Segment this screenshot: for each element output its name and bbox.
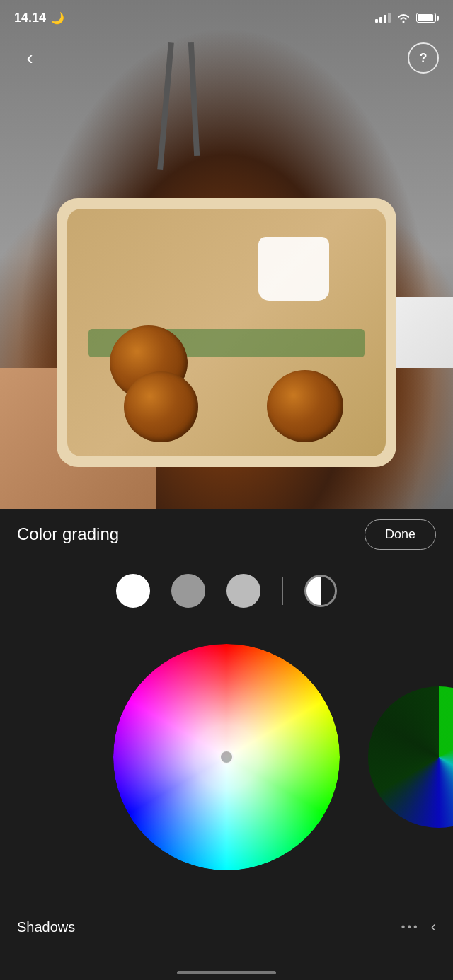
photo-area: [0, 0, 453, 509]
back-button[interactable]: ‹: [14, 42, 45, 74]
color-wheel-wrapper[interactable]: [113, 644, 340, 870]
photo-overlay: [0, 0, 453, 509]
moon-icon: 🌙: [50, 11, 64, 25]
signal-icon: [375, 13, 391, 23]
partial-color-wheel: [368, 686, 453, 828]
chair-decoration-2: [188, 42, 200, 156]
luminance-wheel-tab[interactable]: [304, 575, 337, 607]
help-icon: ?: [420, 51, 428, 66]
status-icons: [375, 13, 439, 23]
food-bowl: [57, 198, 396, 467]
svg-point-0: [403, 21, 405, 23]
status-time: 14.14 🌙: [14, 11, 64, 25]
color-wheel-section[interactable]: [0, 616, 453, 899]
help-button[interactable]: ?: [408, 42, 439, 74]
shadows-wheel-tab[interactable]: [116, 574, 150, 608]
highlights-tab-indicator: [226, 574, 260, 608]
shadows-section: Shadows ••• ‹: [0, 906, 453, 948]
tab-divider: [282, 577, 283, 605]
chair-decoration: [157, 42, 174, 170]
highlights-wheel-tab[interactable]: [226, 574, 260, 608]
shadows-tab-indicator: [116, 574, 150, 608]
shadows-more-dots[interactable]: •••: [401, 921, 420, 933]
battery-icon: [416, 13, 439, 23]
back-chevron-icon: ‹: [26, 47, 33, 69]
color-grading-header: Color grading Done: [0, 509, 453, 559]
falafel-3: [267, 370, 343, 442]
luminance-tab-indicator: [304, 575, 337, 607]
bowl-inner: [67, 209, 386, 456]
wheel-center-dot[interactable]: [219, 750, 234, 764]
home-indicator: [177, 971, 276, 974]
midtones-tab-indicator: [171, 574, 205, 608]
time-display: 14.14: [14, 11, 46, 25]
midtones-wheel-tab[interactable]: [171, 574, 205, 608]
sauce-cup: [258, 237, 329, 301]
done-button[interactable]: Done: [365, 519, 436, 550]
shadows-label: Shadows: [17, 919, 401, 935]
status-bar: 14.14 🌙: [0, 0, 453, 35]
wifi-icon: [396, 13, 411, 23]
wheel-tabs-row: [0, 566, 453, 616]
color-grading-title: Color grading: [17, 524, 119, 544]
falafel-2: [124, 371, 198, 442]
shadows-collapse-icon[interactable]: ‹: [431, 918, 436, 936]
